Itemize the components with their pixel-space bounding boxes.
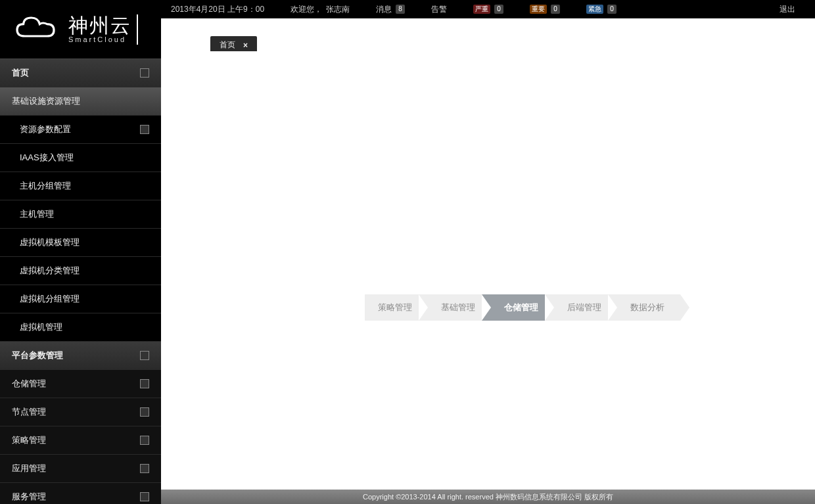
logo-area: 神州云 SmartCloud [0, 0, 161, 59]
cloud-icon [9, 12, 68, 47]
sidebar-item-label: 仓储管理 [12, 378, 46, 390]
square-icon [140, 407, 149, 417]
header-alarm[interactable]: 告警 [431, 4, 447, 15]
sidebar-item-service[interactable]: 服务管理 [0, 483, 161, 504]
crumb-step-2[interactable]: 基础管理 [419, 294, 491, 321]
logo-cn: 神州云 [68, 16, 131, 35]
breadcrumb: 策略管理 基础管理 仓储管理 后端管理 数据分析 [365, 294, 671, 321]
header-messages[interactable]: 消息 8 [376, 4, 405, 15]
sidebar-item-label: 资源参数配置 [20, 124, 71, 135]
crumb-step-3[interactable]: 仓储管理 [482, 294, 554, 321]
square-icon [140, 492, 149, 501]
square-icon [140, 351, 149, 360]
main-content: 策略管理 基础管理 仓储管理 后端管理 数据分析 [161, 51, 815, 490]
alarm-urgent[interactable]: 紧急 0 [586, 5, 617, 14]
sidebar-item-vm-group[interactable]: 虚拟机分组管理 [0, 285, 161, 313]
sidebar-top[interactable]: 首页 [0, 59, 161, 87]
sidebar-item-label: 平台参数管理 [12, 350, 63, 361]
sidebar-item-label: 虚拟机分类管理 [20, 265, 80, 277]
sidebar-item-vm[interactable]: 虚拟机管理 [0, 313, 161, 342]
sidebar-item-hostgroup[interactable]: 主机分组管理 [0, 172, 161, 200]
severe-label: 严重 [473, 5, 490, 14]
sidebar-section-infra[interactable]: 基础设施资源管理 [0, 87, 161, 116]
close-icon[interactable]: × [243, 41, 248, 50]
sidebar-item-label: 虚拟机分组管理 [20, 293, 80, 305]
sidebar-item-app[interactable]: 应用管理 [0, 455, 161, 483]
sidebar-item-label: 主机管理 [20, 208, 54, 220]
header-datetime: 2013年4月20日 上午9：00 [171, 4, 264, 15]
alarm-severe[interactable]: 严重 0 [473, 5, 503, 14]
sidebar-item-resource-config[interactable]: 资源参数配置 [0, 116, 161, 144]
sidebar-item-label: 应用管理 [12, 463, 46, 474]
sidebar-item-label: 虚拟机模板管理 [20, 237, 80, 248]
important-count: 0 [551, 5, 560, 14]
alarm-important[interactable]: 重要 0 [530, 5, 560, 14]
username[interactable]: 张志南 [326, 4, 350, 15]
sidebar-item-label: 主机分组管理 [20, 180, 71, 192]
sidebar-top-label: 首页 [12, 67, 29, 79]
sidebar-item-label: 节点管理 [12, 406, 46, 418]
sidebar-item-label: 服务管理 [12, 491, 46, 503]
tab-label: 首页 [220, 39, 235, 51]
welcome-prefix: 欢迎您， [291, 4, 322, 15]
sidebar-item-platform[interactable]: 平台参数管理 [0, 342, 161, 370]
square-icon [140, 436, 149, 445]
header-welcome: 欢迎您， 张志南 [291, 4, 350, 15]
crumb-step-4[interactable]: 后端管理 [545, 294, 617, 321]
logo-text: 神州云 SmartCloud [68, 16, 131, 43]
message-badge: 8 [396, 5, 405, 14]
logo-divider [137, 14, 138, 45]
sidebar-item-host[interactable]: 主机管理 [0, 200, 161, 229]
sidebar-item-node[interactable]: 节点管理 [0, 398, 161, 426]
sidebar-item-storage[interactable]: 仓储管理 [0, 370, 161, 398]
message-label: 消息 [376, 4, 392, 15]
severe-count: 0 [494, 5, 503, 14]
sidebar-item-label: IAAS接入管理 [20, 152, 74, 164]
logo-en: SmartCloud [68, 35, 131, 43]
crumb-step-5[interactable]: 数据分析 [608, 294, 680, 321]
square-icon [140, 125, 149, 134]
sidebar-item-label: 虚拟机管理 [20, 321, 62, 333]
sidebar-section-label: 基础设施资源管理 [12, 95, 80, 107]
square-icon [140, 464, 149, 473]
sidebar-item-vm-category[interactable]: 虚拟机分类管理 [0, 257, 161, 285]
sidebar-item-label: 策略管理 [12, 434, 46, 446]
sidebar: 首页 基础设施资源管理 资源参数配置 IAAS接入管理 主机分组管理 主机管理 … [0, 59, 161, 504]
sidebar-item-policy[interactable]: 策略管理 [0, 426, 161, 455]
footer-copyright: Copyright ©2013-2014 All right. reserved… [161, 490, 815, 504]
sidebar-item-vm-template[interactable]: 虚拟机模板管理 [0, 229, 161, 257]
sidebar-item-iaas[interactable]: IAAS接入管理 [0, 144, 161, 172]
square-icon [140, 379, 149, 388]
urgent-label: 紧急 [586, 5, 603, 14]
urgent-count: 0 [607, 5, 617, 14]
square-icon [140, 68, 149, 78]
important-label: 重要 [530, 5, 547, 14]
logout-link[interactable]: 退出 [780, 4, 795, 15]
